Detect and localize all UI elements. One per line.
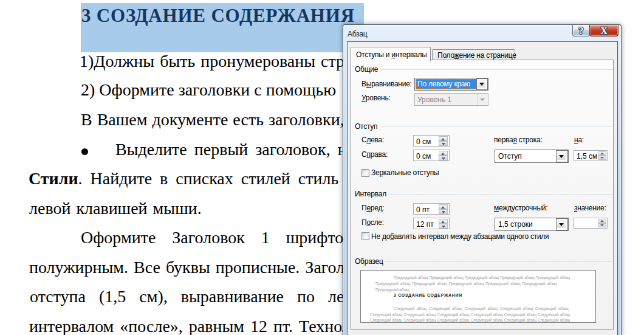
svg-text:X: X bbox=[600, 26, 608, 36]
svg-text:?: ? bbox=[579, 26, 584, 36]
